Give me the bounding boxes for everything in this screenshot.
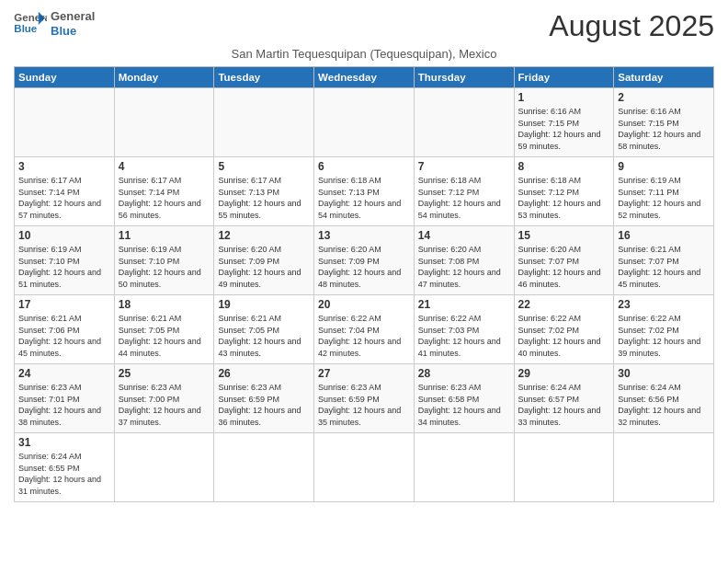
week-row-1: 1Sunrise: 6:16 AM Sunset: 7:15 PM Daylig… <box>15 88 714 157</box>
day-info: Sunrise: 6:24 AM Sunset: 6:56 PM Dayligh… <box>618 382 710 428</box>
day-info: Sunrise: 6:17 AM Sunset: 7:13 PM Dayligh… <box>218 175 310 221</box>
day-number: 12 <box>218 229 310 242</box>
day-cell <box>414 433 514 502</box>
day-info: Sunrise: 6:20 AM Sunset: 7:07 PM Dayligh… <box>518 244 610 290</box>
day-cell: 1Sunrise: 6:16 AM Sunset: 7:15 PM Daylig… <box>514 88 614 157</box>
day-cell: 9Sunrise: 6:19 AM Sunset: 7:11 PM Daylig… <box>614 157 714 226</box>
calendar-table: SundayMondayTuesdayWednesdayThursdayFrid… <box>14 66 714 502</box>
day-cell: 16Sunrise: 6:21 AM Sunset: 7:07 PM Dayli… <box>614 226 714 295</box>
day-info: Sunrise: 6:20 AM Sunset: 7:09 PM Dayligh… <box>318 244 410 290</box>
week-row-6: 31Sunrise: 6:24 AM Sunset: 6:55 PM Dayli… <box>15 433 714 502</box>
day-cell: 20Sunrise: 6:22 AM Sunset: 7:04 PM Dayli… <box>314 295 415 364</box>
day-info: Sunrise: 6:20 AM Sunset: 7:08 PM Dayligh… <box>418 244 510 290</box>
calendar-body: 1Sunrise: 6:16 AM Sunset: 7:15 PM Daylig… <box>15 88 714 502</box>
logo: General Blue General Blue <box>14 9 95 38</box>
day-info: Sunrise: 6:18 AM Sunset: 7:13 PM Dayligh… <box>318 175 410 221</box>
day-number: 23 <box>618 298 710 311</box>
month-year: August 2025 <box>549 9 714 43</box>
day-info: Sunrise: 6:17 AM Sunset: 7:14 PM Dayligh… <box>119 175 210 221</box>
day-number: 1 <box>518 91 610 104</box>
day-number: 10 <box>18 229 110 242</box>
day-cell: 31Sunrise: 6:24 AM Sunset: 6:55 PM Dayli… <box>15 433 115 502</box>
day-number: 6 <box>318 160 410 173</box>
day-cell: 28Sunrise: 6:23 AM Sunset: 6:58 PM Dayli… <box>414 364 514 433</box>
day-cell: 17Sunrise: 6:21 AM Sunset: 7:06 PM Dayli… <box>15 295 115 364</box>
day-number: 16 <box>618 229 710 242</box>
day-cell: 29Sunrise: 6:24 AM Sunset: 6:57 PM Dayli… <box>514 364 614 433</box>
week-row-4: 17Sunrise: 6:21 AM Sunset: 7:06 PM Dayli… <box>15 295 714 364</box>
weekday-tuesday: Tuesday <box>214 67 314 88</box>
day-info: Sunrise: 6:23 AM Sunset: 7:00 PM Dayligh… <box>119 382 210 428</box>
day-info: Sunrise: 6:23 AM Sunset: 7:01 PM Dayligh… <box>18 382 110 428</box>
day-cell: 18Sunrise: 6:21 AM Sunset: 7:05 PM Dayli… <box>114 295 214 364</box>
day-info: Sunrise: 6:19 AM Sunset: 7:10 PM Dayligh… <box>18 244 110 290</box>
day-number: 30 <box>618 367 710 380</box>
week-row-5: 24Sunrise: 6:23 AM Sunset: 7:01 PM Dayli… <box>15 364 714 433</box>
day-cell: 10Sunrise: 6:19 AM Sunset: 7:10 PM Dayli… <box>15 226 115 295</box>
day-number: 25 <box>119 367 210 380</box>
day-number: 5 <box>218 160 310 173</box>
day-info: Sunrise: 6:20 AM Sunset: 7:09 PM Dayligh… <box>218 244 310 290</box>
header: General Blue General Blue August 2025 <box>14 9 714 43</box>
day-info: Sunrise: 6:18 AM Sunset: 7:12 PM Dayligh… <box>418 175 510 221</box>
weekday-saturday: Saturday <box>614 67 714 88</box>
day-cell: 30Sunrise: 6:24 AM Sunset: 6:56 PM Dayli… <box>614 364 714 433</box>
day-cell: 2Sunrise: 6:16 AM Sunset: 7:15 PM Daylig… <box>614 88 714 157</box>
day-info: Sunrise: 6:21 AM Sunset: 7:07 PM Dayligh… <box>618 244 710 290</box>
day-number: 3 <box>18 160 110 173</box>
day-cell: 13Sunrise: 6:20 AM Sunset: 7:09 PM Dayli… <box>314 226 415 295</box>
day-number: 28 <box>418 367 510 380</box>
day-number: 26 <box>218 367 310 380</box>
day-number: 2 <box>618 91 710 104</box>
day-info: Sunrise: 6:22 AM Sunset: 7:02 PM Dayligh… <box>618 313 710 359</box>
day-cell: 12Sunrise: 6:20 AM Sunset: 7:09 PM Dayli… <box>214 226 314 295</box>
day-info: Sunrise: 6:22 AM Sunset: 7:03 PM Dayligh… <box>418 313 510 359</box>
day-info: Sunrise: 6:22 AM Sunset: 7:04 PM Dayligh… <box>318 313 410 359</box>
day-number: 7 <box>418 160 510 173</box>
day-info: Sunrise: 6:23 AM Sunset: 6:59 PM Dayligh… <box>318 382 410 428</box>
day-cell <box>514 433 614 502</box>
day-number: 31 <box>18 436 110 449</box>
day-info: Sunrise: 6:23 AM Sunset: 6:58 PM Dayligh… <box>418 382 510 428</box>
day-number: 24 <box>18 367 110 380</box>
day-cell: 21Sunrise: 6:22 AM Sunset: 7:03 PM Dayli… <box>414 295 514 364</box>
weekday-header-row: SundayMondayTuesdayWednesdayThursdayFrid… <box>15 67 714 88</box>
day-cell <box>414 88 514 157</box>
day-number: 13 <box>318 229 410 242</box>
day-cell: 15Sunrise: 6:20 AM Sunset: 7:07 PM Dayli… <box>514 226 614 295</box>
day-info: Sunrise: 6:19 AM Sunset: 7:10 PM Dayligh… <box>119 244 210 290</box>
day-cell: 3Sunrise: 6:17 AM Sunset: 7:14 PM Daylig… <box>15 157 115 226</box>
day-cell: 7Sunrise: 6:18 AM Sunset: 7:12 PM Daylig… <box>414 157 514 226</box>
day-cell: 19Sunrise: 6:21 AM Sunset: 7:05 PM Dayli… <box>214 295 314 364</box>
day-cell: 25Sunrise: 6:23 AM Sunset: 7:00 PM Dayli… <box>114 364 214 433</box>
day-cell <box>614 433 714 502</box>
logo-blue: Blue <box>51 24 95 39</box>
day-cell: 14Sunrise: 6:20 AM Sunset: 7:08 PM Dayli… <box>414 226 514 295</box>
day-number: 19 <box>218 298 310 311</box>
day-cell: 5Sunrise: 6:17 AM Sunset: 7:13 PM Daylig… <box>214 157 314 226</box>
day-number: 21 <box>418 298 510 311</box>
day-info: Sunrise: 6:19 AM Sunset: 7:11 PM Dayligh… <box>618 175 710 221</box>
day-info: Sunrise: 6:23 AM Sunset: 6:59 PM Dayligh… <box>218 382 310 428</box>
day-info: Sunrise: 6:21 AM Sunset: 7:05 PM Dayligh… <box>218 313 310 359</box>
day-number: 15 <box>518 229 610 242</box>
day-cell: 27Sunrise: 6:23 AM Sunset: 6:59 PM Dayli… <box>314 364 415 433</box>
day-info: Sunrise: 6:21 AM Sunset: 7:06 PM Dayligh… <box>18 313 110 359</box>
day-cell: 26Sunrise: 6:23 AM Sunset: 6:59 PM Dayli… <box>214 364 314 433</box>
day-number: 14 <box>418 229 510 242</box>
day-info: Sunrise: 6:18 AM Sunset: 7:12 PM Dayligh… <box>518 175 610 221</box>
day-cell: 23Sunrise: 6:22 AM Sunset: 7:02 PM Dayli… <box>614 295 714 364</box>
day-number: 18 <box>119 298 210 311</box>
day-number: 11 <box>119 229 210 242</box>
day-info: Sunrise: 6:24 AM Sunset: 6:57 PM Dayligh… <box>518 382 610 428</box>
weekday-friday: Friday <box>514 67 614 88</box>
day-number: 22 <box>518 298 610 311</box>
day-cell <box>314 88 415 157</box>
day-cell: 11Sunrise: 6:19 AM Sunset: 7:10 PM Dayli… <box>114 226 214 295</box>
svg-text:Blue: Blue <box>14 22 37 33</box>
weekday-monday: Monday <box>114 67 214 88</box>
day-cell: 24Sunrise: 6:23 AM Sunset: 7:01 PM Dayli… <box>15 364 115 433</box>
logo-general: General <box>51 9 95 24</box>
day-number: 29 <box>518 367 610 380</box>
day-info: Sunrise: 6:22 AM Sunset: 7:02 PM Dayligh… <box>518 313 610 359</box>
